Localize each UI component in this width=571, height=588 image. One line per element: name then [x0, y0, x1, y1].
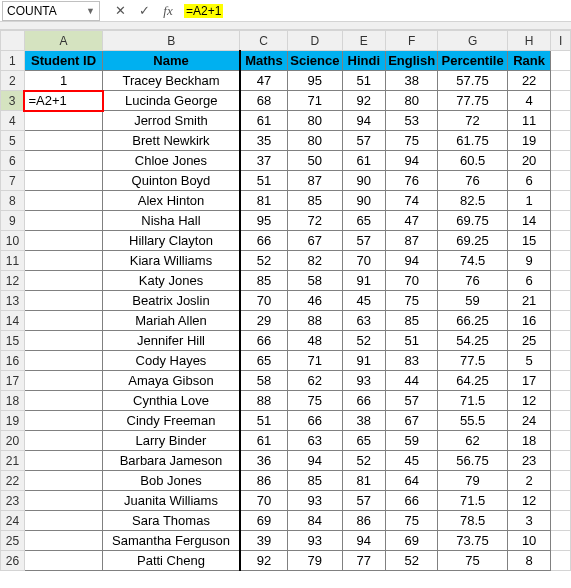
col-header-D[interactable]: D [288, 31, 343, 51]
cell-H13[interactable]: 21 [507, 291, 550, 311]
cell-B12[interactable]: Katy Jones [103, 271, 240, 291]
cell-I20[interactable] [551, 431, 571, 451]
cell-G4[interactable]: 72 [438, 111, 508, 131]
cell-I19[interactable] [551, 411, 571, 431]
cell-A18[interactable] [24, 391, 102, 411]
cell-F26[interactable]: 52 [386, 551, 438, 571]
cell-H17[interactable]: 17 [507, 371, 550, 391]
cell-G20[interactable]: 62 [438, 431, 508, 451]
cell-H25[interactable]: 10 [507, 531, 550, 551]
cell-C5[interactable]: 35 [240, 131, 288, 151]
cell-B26[interactable]: Patti Cheng [103, 551, 240, 571]
cell-E14[interactable]: 63 [342, 311, 385, 331]
cell-E10[interactable]: 57 [342, 231, 385, 251]
cell-F14[interactable]: 85 [386, 311, 438, 331]
cell-C23[interactable]: 70 [240, 491, 288, 511]
cell-G19[interactable]: 55.5 [438, 411, 508, 431]
cell-C15[interactable]: 66 [240, 331, 288, 351]
cell-F15[interactable]: 51 [386, 331, 438, 351]
cell-C12[interactable]: 85 [240, 271, 288, 291]
cell-H3[interactable]: 4 [507, 91, 550, 111]
cell-B16[interactable]: Cody Hayes [103, 351, 240, 371]
cell-F3[interactable]: 80 [386, 91, 438, 111]
cell-G6[interactable]: 60.5 [438, 151, 508, 171]
cell-G14[interactable]: 66.25 [438, 311, 508, 331]
col-header-C[interactable]: C [240, 31, 288, 51]
cell-A25[interactable] [24, 531, 102, 551]
header-cell[interactable] [551, 51, 571, 71]
cell-G23[interactable]: 71.5 [438, 491, 508, 511]
cell-A19[interactable] [24, 411, 102, 431]
cell-B7[interactable]: Quinton Boyd [103, 171, 240, 191]
cell-B15[interactable]: Jennifer Hill [103, 331, 240, 351]
cell-A21[interactable] [24, 451, 102, 471]
cell-D21[interactable]: 94 [288, 451, 343, 471]
cell-E13[interactable]: 45 [342, 291, 385, 311]
cell-D8[interactable]: 85 [288, 191, 343, 211]
cell-H20[interactable]: 18 [507, 431, 550, 451]
row-header-5[interactable]: 5 [1, 131, 25, 151]
cell-I6[interactable] [551, 151, 571, 171]
col-header-I[interactable]: I [551, 31, 571, 51]
cell-D2[interactable]: 95 [288, 71, 343, 91]
cell-F4[interactable]: 53 [386, 111, 438, 131]
cell-C6[interactable]: 37 [240, 151, 288, 171]
cell-H11[interactable]: 9 [507, 251, 550, 271]
cell-E23[interactable]: 57 [342, 491, 385, 511]
cell-E21[interactable]: 52 [342, 451, 385, 471]
cell-E8[interactable]: 90 [342, 191, 385, 211]
cell-A15[interactable] [24, 331, 102, 351]
cell-E6[interactable]: 61 [342, 151, 385, 171]
cell-G11[interactable]: 74.5 [438, 251, 508, 271]
row-header-9[interactable]: 9 [1, 211, 25, 231]
cell-E11[interactable]: 70 [342, 251, 385, 271]
cell-H4[interactable]: 11 [507, 111, 550, 131]
cell-G10[interactable]: 69.25 [438, 231, 508, 251]
cell-C13[interactable]: 70 [240, 291, 288, 311]
cell-A17[interactable] [24, 371, 102, 391]
cell-D10[interactable]: 67 [288, 231, 343, 251]
cell-F2[interactable]: 38 [386, 71, 438, 91]
row-header-17[interactable]: 17 [1, 371, 25, 391]
cell-G17[interactable]: 64.25 [438, 371, 508, 391]
cell-H24[interactable]: 3 [507, 511, 550, 531]
cell-I22[interactable] [551, 471, 571, 491]
cell-B9[interactable]: Nisha Hall [103, 211, 240, 231]
select-all-corner[interactable] [1, 31, 25, 51]
cell-B25[interactable]: Samantha Ferguson [103, 531, 240, 551]
cell-I8[interactable] [551, 191, 571, 211]
cell-E16[interactable]: 91 [342, 351, 385, 371]
cell-H8[interactable]: 1 [507, 191, 550, 211]
cell-I18[interactable] [551, 391, 571, 411]
cell-C17[interactable]: 58 [240, 371, 288, 391]
cell-A7[interactable] [24, 171, 102, 191]
cell-B3[interactable]: Lucinda George [103, 91, 240, 111]
row-header-12[interactable]: 12 [1, 271, 25, 291]
cell-B8[interactable]: Alex Hinton [103, 191, 240, 211]
row-header-26[interactable]: 26 [1, 551, 25, 571]
cell-F16[interactable]: 83 [386, 351, 438, 371]
cell-H16[interactable]: 5 [507, 351, 550, 371]
cell-G12[interactable]: 76 [438, 271, 508, 291]
cell-A3[interactable]: =A2+1 [24, 91, 102, 111]
cell-H7[interactable]: 6 [507, 171, 550, 191]
cell-A20[interactable] [24, 431, 102, 451]
cell-D26[interactable]: 79 [288, 551, 343, 571]
header-cell[interactable]: Percentile [438, 51, 508, 71]
header-cell[interactable]: Hindi [342, 51, 385, 71]
cell-G26[interactable]: 75 [438, 551, 508, 571]
cell-I4[interactable] [551, 111, 571, 131]
cell-A5[interactable] [24, 131, 102, 151]
cell-H14[interactable]: 16 [507, 311, 550, 331]
cell-C9[interactable]: 95 [240, 211, 288, 231]
row-header-11[interactable]: 11 [1, 251, 25, 271]
cell-D17[interactable]: 62 [288, 371, 343, 391]
cell-B23[interactable]: Juanita Williams [103, 491, 240, 511]
cell-A9[interactable] [24, 211, 102, 231]
cancel-icon[interactable]: ✕ [108, 1, 132, 21]
row-header-10[interactable]: 10 [1, 231, 25, 251]
fx-icon[interactable]: fx [156, 1, 180, 21]
cell-H2[interactable]: 22 [507, 71, 550, 91]
cell-I10[interactable] [551, 231, 571, 251]
cell-E3[interactable]: 92 [342, 91, 385, 111]
